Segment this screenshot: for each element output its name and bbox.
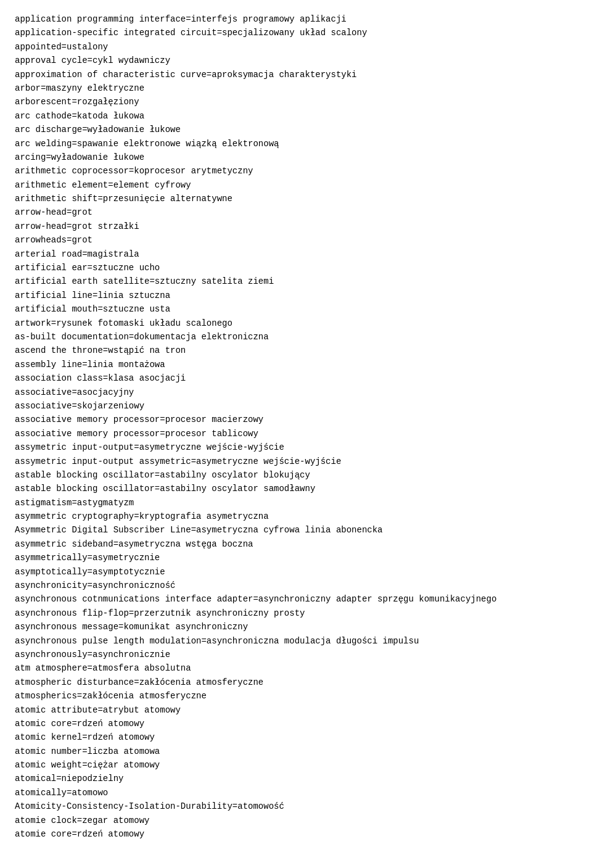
- dict-entry: asymmetric sideband=asymetryczna wstęga …: [15, 537, 577, 551]
- dict-entry: artificial ear=sztuczne ucho: [15, 261, 577, 275]
- dict-entry: atomic number=liczba atomowa: [15, 745, 577, 758]
- dict-entry: Asymmetric Digital Subscriber Line=asyme…: [15, 523, 577, 537]
- dict-entry: asymmetric cryptography=kryptografia asy…: [15, 510, 577, 523]
- dict-entry: artificial line=linia sztuczna: [15, 289, 577, 302]
- dict-entry: asynchronous cotnmunications interface a…: [15, 592, 577, 606]
- dict-entry: atomical=niepodzielny: [15, 772, 577, 785]
- dict-entry: atomic kernel=rdzeń atomowy: [15, 730, 577, 744]
- dict-entry: arithmetic element=element cyfrowy: [15, 178, 577, 192]
- dict-entry: application-specific integrated circuit=…: [15, 26, 577, 39]
- dict-entry: arbor=maszyny elektryczne: [15, 81, 577, 95]
- dict-entry: associative=skojarzeniowy: [15, 399, 577, 413]
- dict-entry: atomic weight=ciężar atomowy: [15, 758, 577, 772]
- dict-entry: atomically=atomowo: [15, 786, 577, 800]
- dictionary-content: application programming interface=interf…: [15, 12, 577, 841]
- dict-entry: assembly line=linia montażowa: [15, 358, 577, 371]
- dict-entry: asynchronous flip-flop=przerzutnik async…: [15, 606, 577, 620]
- dict-entry: astable blocking oscillator=astabilny os…: [15, 468, 577, 482]
- dict-entry: Atomicity-Consistency-Isolation-Durabili…: [15, 800, 577, 813]
- dict-entry: arrow-head=grot strzałki: [15, 220, 577, 233]
- dict-entry: associative=asocjacyjny: [15, 386, 577, 399]
- dict-entry: arcing=wyładowanie łukowe: [15, 151, 577, 164]
- dict-entry: approximation of characteristic curve=ap…: [15, 68, 577, 81]
- dict-entry: artificial mouth=sztuczne usta: [15, 302, 577, 316]
- dict-entry: arithmetic shift=przesunięcie alternatyw…: [15, 192, 577, 205]
- dict-entry: asynchronicity=asynchroniczność: [15, 579, 577, 592]
- dict-entry: atomie clock=zegar atomowy: [15, 814, 577, 827]
- dict-entry: associative memory processor=procesor ta…: [15, 427, 577, 440]
- dict-entry: arborescent=rozgałęziony: [15, 95, 577, 109]
- dict-entry: atomic attribute=atrybut atomowy: [15, 703, 577, 717]
- dict-entry: astable blocking oscillator=astabilny os…: [15, 482, 577, 495]
- dict-entry: as-built documentation=dokumentacja elek…: [15, 330, 577, 344]
- dict-entry: asynchronous message=komunikat asynchron…: [15, 620, 577, 634]
- dict-entry: arc discharge=wyładowanie łukowe: [15, 123, 577, 136]
- dict-entry: astigmatism=astygmatyzm: [15, 496, 577, 510]
- dict-entry: atomie core=rdzeń atomowy: [15, 827, 577, 841]
- dict-entry: arc cathode=katoda łukowa: [15, 109, 577, 123]
- dict-entry: artificial earth satellite=sztuczny sate…: [15, 275, 577, 288]
- dict-entry: asynchronously=asynchronicznie: [15, 648, 577, 661]
- dict-entry: assymetric input-output=asymetryczne wej…: [15, 440, 577, 454]
- dict-entry: application programming interface=interf…: [15, 12, 577, 26]
- dict-entry: atomic core=rdzeń atomowy: [15, 717, 577, 730]
- dict-entry: approval cycle=cykl wydawniczy: [15, 54, 577, 67]
- dict-entry: arc welding=spawanie elektronowe wiązką …: [15, 137, 577, 151]
- dict-entry: atm atmosphere=atmosfera absolutna: [15, 661, 577, 675]
- dict-entry: artwork=rysunek fotomaski układu scalone…: [15, 316, 577, 330]
- dict-entry: asynchronous pulse length modulation=asy…: [15, 634, 577, 648]
- dict-entry: asymmetrically=asymetrycznie: [15, 551, 577, 564]
- dict-entry: association class=klasa asocjacji: [15, 371, 577, 385]
- dict-entry: assymetric input-output assymetric=asyme…: [15, 455, 577, 468]
- dict-entry: appointed=ustalony: [15, 40, 577, 54]
- dict-entry: atmospherics=zakłócenia atmosferyczne: [15, 689, 577, 703]
- dict-entry: asymptotically=asymptotycznie: [15, 565, 577, 579]
- dict-entry: atmospheric disturbance=zakłócenia atmos…: [15, 676, 577, 689]
- dict-entry: associative memory processor=procesor ma…: [15, 413, 577, 426]
- dict-entry: arrowheads=grot: [15, 233, 577, 247]
- dict-entry: arterial road=magistrala: [15, 247, 577, 261]
- dict-entry: ascend the throne=wstąpić na tron: [15, 344, 577, 357]
- dict-entry: arrow-head=grot: [15, 205, 577, 219]
- dict-entry: arithmetic coprocessor=koprocesor arytme…: [15, 164, 577, 178]
